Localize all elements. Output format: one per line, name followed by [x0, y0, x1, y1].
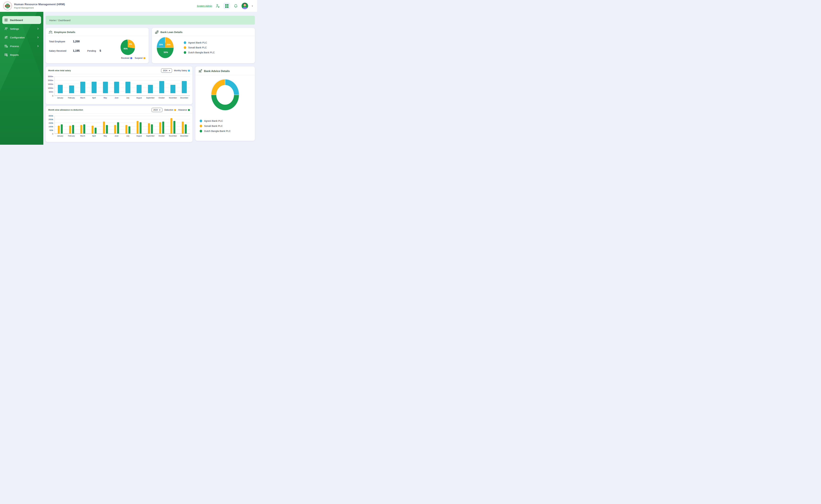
bank-loan-icon [155, 30, 159, 34]
allawance-bar [139, 122, 141, 134]
pie-label-received: 95% [124, 48, 127, 50]
allawance-bar [95, 128, 96, 134]
sidebar-item-settings[interactable]: Settings [2, 25, 41, 33]
stat-label-pending: Pending [87, 50, 96, 52]
main-content: Home / Dashboard [43, 12, 257, 145]
bar-group-october [156, 76, 167, 95]
x-tick-label: August [133, 134, 145, 137]
monthly-salary-bar [182, 81, 187, 93]
allawance-bar [106, 125, 108, 134]
legend-item-dutch-bangla-bank[interactable]: Dutch Bangla Bank PLC [200, 130, 255, 132]
app-brand: Human Resource Management (HRM) Payroll … [14, 3, 65, 9]
sidebar-item-label: Reports [10, 53, 19, 56]
legend-item-allawance[interactable]: Allawance [178, 109, 190, 111]
breadcrumb-current: Dashboard [58, 19, 70, 22]
top-header-bar: BTRC Human Resource Management (HRM) Pay… [0, 0, 257, 12]
deduction-bar [182, 122, 184, 134]
allawance-bar [173, 121, 175, 134]
bar-group-january [55, 116, 66, 134]
x-tick-label: June [111, 134, 122, 137]
allowance-chart-plot [54, 116, 190, 134]
legend-item-dutch-bangla-bank[interactable]: Dutch Bangla Bank PLC [184, 51, 215, 54]
legend-item-deduction[interactable]: Deduction [164, 109, 176, 111]
employee-salary-pie-chart: 5% 95% [120, 40, 135, 55]
legend-item-monthly-salary[interactable]: Monthly Salary [174, 69, 190, 72]
year-select-salary[interactable]: 2024▼ [161, 68, 172, 73]
legend-item-agrani-bank[interactable]: Agrani Bank PLC [184, 41, 215, 44]
bar-group-july [122, 116, 134, 134]
legend-item-received[interactable]: Received [121, 57, 132, 59]
x-tick-label: December [178, 96, 190, 99]
bar-group-may [100, 116, 111, 134]
allawance-bar [128, 126, 130, 134]
sidebar-nav: Dashboard Settings [0, 12, 43, 145]
legend-swatch-received [130, 57, 132, 59]
y-tick-label: 1000m [48, 87, 53, 89]
y-tick-label: 1500m [48, 83, 53, 85]
pie-label-dutch: 50% [164, 51, 168, 53]
breadcrumb-home-link[interactable]: Home / [49, 19, 57, 22]
legend-swatch-suspend [143, 57, 145, 59]
bar-group-april [88, 76, 100, 95]
apps-grid-icon[interactable] [224, 3, 230, 9]
monthly-salary-bar [92, 82, 96, 93]
card-title: Bank Loan Details [160, 31, 182, 34]
bar-group-august [133, 116, 145, 134]
sidebar-item-reports[interactable]: Reports [2, 51, 41, 59]
legend-dot [200, 125, 202, 127]
bar-group-december [178, 116, 190, 134]
stat-label-total-employee: Total Employee [49, 40, 67, 43]
donut-hole [216, 85, 234, 105]
x-tick-label: May [100, 96, 111, 99]
bank-loan-legend: Agrani Bank PLC Sonali Bank PLC Dutch Ba… [184, 41, 215, 54]
legend-swatch-allawance [188, 109, 190, 111]
bar-group-october [156, 116, 167, 134]
month-salary-chart-card: Month wise total salary 2024▼ Monthly Sa… [46, 66, 192, 104]
user-avatar[interactable] [242, 3, 248, 9]
process-payroll-icon [4, 44, 8, 48]
bar-group-january [55, 76, 66, 95]
x-tick-label: December [178, 134, 190, 137]
bar-group-may [100, 76, 111, 95]
legend-item-agrani-bank[interactable]: Agrani Bank PLC [200, 119, 255, 122]
allowance-chart-x-labels: JanuaryFebruaryMarchAprilMayJuneJulyAugu… [53, 134, 192, 137]
notifications-bell-icon[interactable] [234, 4, 238, 8]
legend-item-sonali-bank[interactable]: Sonali Bank PLC [200, 125, 255, 127]
settings-icon [4, 27, 8, 31]
bar-group-august [133, 76, 145, 95]
x-tick-label: October [156, 134, 167, 137]
legend-dot [184, 41, 186, 44]
legend-dot [200, 120, 202, 122]
monthly-salary-bar [137, 85, 141, 93]
salary-chart-x-labels: JanuaryFebruaryMarchAprilMayJuneJulyAugu… [53, 96, 192, 99]
y-tick-label: 1500k [48, 122, 53, 124]
legend-item-suspend[interactable]: Suspend [135, 57, 145, 59]
sidebar-item-label: Process [10, 45, 19, 48]
x-tick-label: October [156, 96, 167, 99]
profile-chevron-down-icon[interactable]: ▾ [252, 5, 253, 7]
allawance-bar [117, 122, 119, 134]
sidebar-item-dashboard[interactable]: Dashboard [2, 16, 41, 24]
system-admin-link[interactable]: System Admin [197, 5, 212, 7]
user-switch-icon[interactable] [216, 4, 220, 8]
x-tick-label: September [145, 134, 156, 137]
year-select-allowance[interactable]: 2024▼ [151, 108, 162, 112]
x-tick-label: March [77, 134, 88, 137]
sidebar-item-configuration[interactable]: Configuration [2, 33, 41, 41]
bar-group-november [167, 76, 179, 95]
sidebar-item-process[interactable]: Process [2, 42, 41, 50]
bar-group-september [145, 76, 156, 95]
bar-group-april [88, 116, 100, 134]
legend-item-sonali-bank[interactable]: Sonali Bank PLC [184, 46, 215, 49]
bar-group-june [111, 76, 122, 95]
legend-swatch-monthly-salary [188, 70, 190, 72]
bank-advice-donut-chart [211, 79, 239, 110]
stat-value-total-employee: 1,200 [73, 40, 80, 43]
deduction-bar [69, 126, 71, 134]
salary-chart-y-axis: 0500m1000m1500m2000m3000m [47, 76, 54, 96]
bank-advice-details-card: Bank Advice Details Agrani Bank PLC [195, 66, 255, 141]
allawance-bar [151, 124, 153, 134]
monthly-salary-bar [148, 85, 153, 93]
monthly-salary-bar [114, 82, 119, 93]
legend-dot [184, 46, 186, 49]
